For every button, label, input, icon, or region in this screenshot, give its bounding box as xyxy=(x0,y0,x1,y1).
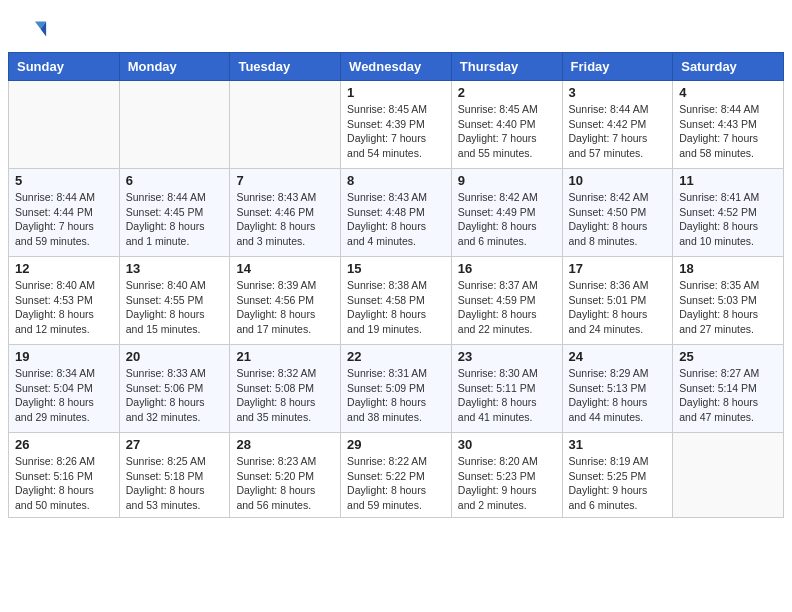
day-info: Sunrise: 8:19 AM Sunset: 5:25 PM Dayligh… xyxy=(569,454,667,513)
day-number: 26 xyxy=(15,437,113,452)
calendar-cell: 4Sunrise: 8:44 AM Sunset: 4:43 PM Daylig… xyxy=(673,81,784,169)
calendar-cell: 24Sunrise: 8:29 AM Sunset: 5:13 PM Dayli… xyxy=(562,345,673,433)
calendar-cell: 19Sunrise: 8:34 AM Sunset: 5:04 PM Dayli… xyxy=(9,345,120,433)
calendar-cell: 3Sunrise: 8:44 AM Sunset: 4:42 PM Daylig… xyxy=(562,81,673,169)
day-number: 31 xyxy=(569,437,667,452)
day-info: Sunrise: 8:45 AM Sunset: 4:40 PM Dayligh… xyxy=(458,102,556,161)
day-number: 8 xyxy=(347,173,445,188)
calendar-cell: 31Sunrise: 8:19 AM Sunset: 5:25 PM Dayli… xyxy=(562,433,673,518)
day-info: Sunrise: 8:42 AM Sunset: 4:49 PM Dayligh… xyxy=(458,190,556,249)
day-info: Sunrise: 8:43 AM Sunset: 4:46 PM Dayligh… xyxy=(236,190,334,249)
day-number: 3 xyxy=(569,85,667,100)
day-info: Sunrise: 8:23 AM Sunset: 5:20 PM Dayligh… xyxy=(236,454,334,513)
weekday-monday: Monday xyxy=(119,53,230,81)
day-number: 6 xyxy=(126,173,224,188)
day-number: 16 xyxy=(458,261,556,276)
weekday-saturday: Saturday xyxy=(673,53,784,81)
calendar-cell: 18Sunrise: 8:35 AM Sunset: 5:03 PM Dayli… xyxy=(673,257,784,345)
day-info: Sunrise: 8:30 AM Sunset: 5:11 PM Dayligh… xyxy=(458,366,556,425)
day-number: 15 xyxy=(347,261,445,276)
day-info: Sunrise: 8:44 AM Sunset: 4:43 PM Dayligh… xyxy=(679,102,777,161)
day-info: Sunrise: 8:41 AM Sunset: 4:52 PM Dayligh… xyxy=(679,190,777,249)
calendar-cell: 26Sunrise: 8:26 AM Sunset: 5:16 PM Dayli… xyxy=(9,433,120,518)
day-number: 20 xyxy=(126,349,224,364)
day-info: Sunrise: 8:22 AM Sunset: 5:22 PM Dayligh… xyxy=(347,454,445,513)
day-info: Sunrise: 8:25 AM Sunset: 5:18 PM Dayligh… xyxy=(126,454,224,513)
calendar-cell: 13Sunrise: 8:40 AM Sunset: 4:55 PM Dayli… xyxy=(119,257,230,345)
day-number: 4 xyxy=(679,85,777,100)
calendar-cell xyxy=(9,81,120,169)
day-number: 2 xyxy=(458,85,556,100)
day-number: 22 xyxy=(347,349,445,364)
day-number: 27 xyxy=(126,437,224,452)
calendar-cell: 21Sunrise: 8:32 AM Sunset: 5:08 PM Dayli… xyxy=(230,345,341,433)
calendar-body: 1Sunrise: 8:45 AM Sunset: 4:39 PM Daylig… xyxy=(9,81,784,518)
calendar-cell: 11Sunrise: 8:41 AM Sunset: 4:52 PM Dayli… xyxy=(673,169,784,257)
calendar-cell xyxy=(673,433,784,518)
logo xyxy=(20,16,52,44)
calendar-cell: 28Sunrise: 8:23 AM Sunset: 5:20 PM Dayli… xyxy=(230,433,341,518)
calendar-cell: 5Sunrise: 8:44 AM Sunset: 4:44 PM Daylig… xyxy=(9,169,120,257)
calendar-cell xyxy=(230,81,341,169)
day-number: 24 xyxy=(569,349,667,364)
day-info: Sunrise: 8:45 AM Sunset: 4:39 PM Dayligh… xyxy=(347,102,445,161)
day-info: Sunrise: 8:26 AM Sunset: 5:16 PM Dayligh… xyxy=(15,454,113,513)
day-number: 9 xyxy=(458,173,556,188)
day-number: 17 xyxy=(569,261,667,276)
day-number: 28 xyxy=(236,437,334,452)
day-number: 12 xyxy=(15,261,113,276)
calendar-cell: 2Sunrise: 8:45 AM Sunset: 4:40 PM Daylig… xyxy=(451,81,562,169)
calendar-table: SundayMondayTuesdayWednesdayThursdayFrid… xyxy=(8,52,784,518)
calendar-cell: 10Sunrise: 8:42 AM Sunset: 4:50 PM Dayli… xyxy=(562,169,673,257)
day-info: Sunrise: 8:36 AM Sunset: 5:01 PM Dayligh… xyxy=(569,278,667,337)
weekday-wednesday: Wednesday xyxy=(341,53,452,81)
day-number: 29 xyxy=(347,437,445,452)
day-info: Sunrise: 8:37 AM Sunset: 4:59 PM Dayligh… xyxy=(458,278,556,337)
day-info: Sunrise: 8:34 AM Sunset: 5:04 PM Dayligh… xyxy=(15,366,113,425)
calendar-cell: 27Sunrise: 8:25 AM Sunset: 5:18 PM Dayli… xyxy=(119,433,230,518)
day-number: 7 xyxy=(236,173,334,188)
day-info: Sunrise: 8:40 AM Sunset: 4:53 PM Dayligh… xyxy=(15,278,113,337)
day-number: 18 xyxy=(679,261,777,276)
weekday-friday: Friday xyxy=(562,53,673,81)
calendar-cell: 9Sunrise: 8:42 AM Sunset: 4:49 PM Daylig… xyxy=(451,169,562,257)
day-number: 13 xyxy=(126,261,224,276)
calendar-cell: 30Sunrise: 8:20 AM Sunset: 5:23 PM Dayli… xyxy=(451,433,562,518)
week-row-1: 1Sunrise: 8:45 AM Sunset: 4:39 PM Daylig… xyxy=(9,81,784,169)
calendar-cell: 20Sunrise: 8:33 AM Sunset: 5:06 PM Dayli… xyxy=(119,345,230,433)
day-info: Sunrise: 8:44 AM Sunset: 4:42 PM Dayligh… xyxy=(569,102,667,161)
logo-icon xyxy=(20,16,48,44)
week-row-2: 5Sunrise: 8:44 AM Sunset: 4:44 PM Daylig… xyxy=(9,169,784,257)
calendar-cell: 14Sunrise: 8:39 AM Sunset: 4:56 PM Dayli… xyxy=(230,257,341,345)
weekday-header-row: SundayMondayTuesdayWednesdayThursdayFrid… xyxy=(9,53,784,81)
day-info: Sunrise: 8:42 AM Sunset: 4:50 PM Dayligh… xyxy=(569,190,667,249)
day-number: 30 xyxy=(458,437,556,452)
calendar-cell: 22Sunrise: 8:31 AM Sunset: 5:09 PM Dayli… xyxy=(341,345,452,433)
weekday-sunday: Sunday xyxy=(9,53,120,81)
week-row-4: 19Sunrise: 8:34 AM Sunset: 5:04 PM Dayli… xyxy=(9,345,784,433)
day-number: 21 xyxy=(236,349,334,364)
calendar-cell: 16Sunrise: 8:37 AM Sunset: 4:59 PM Dayli… xyxy=(451,257,562,345)
week-row-3: 12Sunrise: 8:40 AM Sunset: 4:53 PM Dayli… xyxy=(9,257,784,345)
calendar-cell: 23Sunrise: 8:30 AM Sunset: 5:11 PM Dayli… xyxy=(451,345,562,433)
day-number: 10 xyxy=(569,173,667,188)
day-info: Sunrise: 8:35 AM Sunset: 5:03 PM Dayligh… xyxy=(679,278,777,337)
day-info: Sunrise: 8:44 AM Sunset: 4:45 PM Dayligh… xyxy=(126,190,224,249)
weekday-tuesday: Tuesday xyxy=(230,53,341,81)
day-number: 19 xyxy=(15,349,113,364)
day-info: Sunrise: 8:31 AM Sunset: 5:09 PM Dayligh… xyxy=(347,366,445,425)
day-number: 11 xyxy=(679,173,777,188)
calendar-cell: 6Sunrise: 8:44 AM Sunset: 4:45 PM Daylig… xyxy=(119,169,230,257)
day-info: Sunrise: 8:38 AM Sunset: 4:58 PM Dayligh… xyxy=(347,278,445,337)
calendar-cell: 25Sunrise: 8:27 AM Sunset: 5:14 PM Dayli… xyxy=(673,345,784,433)
day-number: 1 xyxy=(347,85,445,100)
day-number: 14 xyxy=(236,261,334,276)
calendar-cell: 29Sunrise: 8:22 AM Sunset: 5:22 PM Dayli… xyxy=(341,433,452,518)
day-info: Sunrise: 8:20 AM Sunset: 5:23 PM Dayligh… xyxy=(458,454,556,513)
calendar-cell: 17Sunrise: 8:36 AM Sunset: 5:01 PM Dayli… xyxy=(562,257,673,345)
calendar-cell: 1Sunrise: 8:45 AM Sunset: 4:39 PM Daylig… xyxy=(341,81,452,169)
day-info: Sunrise: 8:39 AM Sunset: 4:56 PM Dayligh… xyxy=(236,278,334,337)
page-header xyxy=(0,0,792,52)
week-row-5: 26Sunrise: 8:26 AM Sunset: 5:16 PM Dayli… xyxy=(9,433,784,518)
day-number: 5 xyxy=(15,173,113,188)
